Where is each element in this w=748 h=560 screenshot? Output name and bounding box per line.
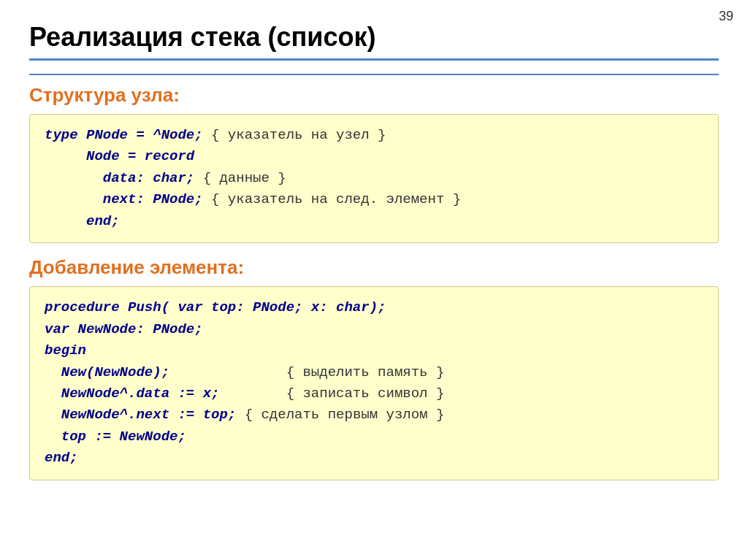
code-line: top := NewNode;	[45, 426, 703, 448]
code-line: Node = record	[45, 146, 703, 167]
code-comment: { указатель на узел }	[203, 127, 386, 143]
code-line: next: PNode; { указатель на след. элемен…	[45, 189, 703, 210]
code-text: end;	[45, 450, 78, 466]
code-line: begin	[45, 340, 703, 361]
code-line: New(NewNode); { выделить память }	[45, 362, 703, 383]
section2-heading: Добавление элемента:	[29, 256, 719, 279]
code-text: var NewNode: PNode;	[45, 321, 203, 337]
title-divider	[29, 74, 719, 75]
code-text: type PNode = ^Node;	[45, 127, 203, 143]
code-text: data: char;	[45, 170, 194, 186]
code-text: NewNode^.next := top;	[45, 407, 245, 423]
code-line: data: char; { данные }	[45, 168, 703, 189]
page-number: 39	[719, 9, 733, 24]
code-text: NewNode^.data := x;	[45, 386, 286, 402]
code-text: begin	[45, 342, 86, 358]
code-line: procedure Push( var top: PNode; x: char)…	[45, 297, 703, 318]
code-block-2: procedure Push( var top: PNode; x: char)…	[29, 286, 719, 480]
code-block-1: type PNode = ^Node; { указатель на узел …	[29, 114, 719, 243]
code-line: end;	[45, 211, 703, 232]
code-line: var NewNode: PNode;	[45, 319, 703, 340]
slide-page: 39 Реализация стека (список) Структура у…	[0, 0, 748, 560]
code-text: procedure Push( var top: PNode; x: char)…	[45, 299, 386, 315]
code-text: top := NewNode;	[45, 429, 186, 445]
section1-heading: Структура узла:	[29, 84, 719, 107]
code-comment: { сделать первым узлом }	[245, 407, 445, 423]
code-comment: { указатель на след. элемент }	[203, 191, 461, 207]
code-line: type PNode = ^Node; { указатель на узел …	[45, 125, 703, 146]
code-line: NewNode^.next := top; { сделать первым у…	[45, 404, 703, 426]
code-line: NewNode^.data := x; { записать символ }	[45, 383, 703, 404]
code-comment: { выделить память }	[286, 364, 445, 380]
code-text: Node = record	[45, 148, 194, 164]
code-comment: { данные }	[194, 170, 286, 186]
code-text: next: PNode;	[45, 191, 203, 207]
code-line: end;	[45, 448, 703, 469]
code-text: end;	[45, 213, 120, 229]
slide-title: Реализация стека (список)	[29, 22, 719, 53]
code-comment: { записать символ }	[286, 386, 445, 402]
code-text: New(NewNode);	[45, 364, 286, 380]
